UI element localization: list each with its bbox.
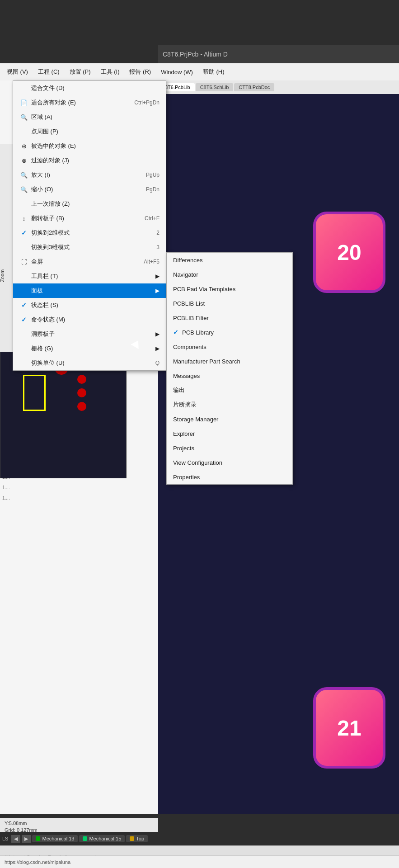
menu-zoom-in[interactable]: 🔍 放大 (I) PgUp — [13, 168, 166, 182]
menu-cmd-status[interactable]: ✓ 命令状态 (M) — [13, 312, 166, 327]
y-coordinate: Y:5.08mm — [5, 821, 154, 826]
submenu-output[interactable]: 输出 — [167, 383, 292, 397]
pcb-shape-20: 20 — [313, 212, 385, 293]
url-text: https://blog.csdn.net/mipaluna — [5, 859, 70, 865]
menu-item-place[interactable]: 放置 (P) — [65, 66, 95, 78]
menu-switch-3d[interactable]: 切换到3维模式 3 — [13, 240, 166, 255]
submenu-explorer[interactable]: Explorer — [167, 426, 292, 441]
menu-item-project[interactable]: 工程 (C) — [33, 66, 64, 78]
pcb-dot-red3 — [77, 402, 86, 411]
menu-prev-zoom[interactable]: 上一次缩放 (Z) — [13, 197, 166, 211]
zoom-in-icon: 🔍 — [19, 172, 28, 179]
selected-icon: ⊕ — [19, 143, 28, 150]
menu-point-around[interactable]: 点周围 (P) — [13, 124, 166, 139]
menu-item-reports[interactable]: 报告 (R) — [125, 66, 155, 78]
panel-submenu: Differences Navigator PCB Pad Via Templa… — [166, 252, 293, 485]
insights-arrow-icon: ▶ — [155, 331, 160, 337]
menu-statusbar[interactable]: ✓ 状态栏 (S) — [13, 298, 166, 312]
fullscreen-icon: ⛶ — [19, 259, 28, 265]
check-2d-icon: ✓ — [19, 229, 28, 236]
check-cmd-icon: ✓ — [19, 316, 28, 323]
menu-grid[interactable]: 栅格 (G) ▶ — [13, 341, 166, 356]
check-status-icon: ✓ — [19, 302, 28, 309]
submenu-manufacturer-search[interactable]: Manufacturer Part Search — [167, 354, 292, 368]
tab-schlib[interactable]: C8T6.SchLib — [196, 83, 234, 91]
submenu-components[interactable]: Components — [167, 340, 292, 354]
submenu-differences[interactable]: Differences — [167, 253, 292, 267]
submenu-snippets[interactable]: 片断摘录 — [167, 397, 292, 412]
view-dropdown-menu: 适合文件 (D) 📄 适合所有对象 (E) Ctrl+PgDn 🔍 区域 (A)… — [13, 80, 166, 371]
pcb-dot-red — [77, 375, 86, 384]
menu-selected-obj[interactable]: ⊕ 被选中的对象 (E) — [13, 139, 166, 153]
window-title: C8T6.PrjPcb - Altium D — [163, 51, 228, 58]
zoom-out-icon: 🔍 — [19, 186, 28, 193]
menu-switch-2d[interactable]: ✓ 切换到2维模式 2 — [13, 226, 166, 240]
pcb-preview — [0, 352, 127, 478]
layer-mechanical13[interactable]: Mechanical 13 — [32, 835, 78, 842]
pcb-shape-21: 21 — [313, 687, 385, 769]
menu-fit-file[interactable]: 适合文件 (D) — [13, 81, 166, 95]
submenu-storage-manager[interactable]: Storage Manager — [167, 412, 292, 426]
layer-mechanical15[interactable]: Mechanical 15 — [79, 835, 125, 842]
menu-panel[interactable]: 面板 ▶ — [13, 283, 166, 298]
submenu-messages[interactable]: Messages — [167, 368, 292, 383]
submenu-pcb-pad-via[interactable]: PCB Pad Via Templates — [167, 282, 292, 296]
layer-prev-btn[interactable]: ◀ — [11, 835, 20, 843]
menu-item-view[interactable]: 视图 (V) — [2, 66, 33, 78]
submenu-pcb-library[interactable]: ✓ PCB Library — [167, 325, 292, 340]
ls-label: LS — [2, 836, 8, 841]
menu-switch-unit[interactable]: 切换单位 (U) Q — [13, 356, 166, 370]
pcb-library-check-icon: ✓ — [173, 329, 178, 336]
menu-insights[interactable]: 洞察板子 ▶ — [13, 327, 166, 341]
menu-filtered-obj[interactable]: ⊗ 过滤的对象 (J) — [13, 153, 166, 168]
menu-zoom-out[interactable]: 🔍 缩小 (O) PgDn — [13, 182, 166, 197]
menu-fit-all[interactable]: 📄 适合所有对象 (E) Ctrl+PgDn — [13, 95, 166, 110]
area-icon: 🔍 — [19, 114, 28, 121]
zoom-label: Zoom — [0, 269, 5, 282]
layer-next-btn[interactable]: ▶ — [22, 835, 31, 843]
url-bar: https://blog.csdn.net/mipaluna — [0, 855, 399, 868]
submenu-pcblib-list[interactable]: PCBLIB List — [167, 296, 292, 311]
menu-bar: 视图 (V) 工程 (C) 放置 (P) 工具 (I) 报告 (R) Windo… — [0, 63, 399, 80]
layer-dot-top — [130, 836, 134, 841]
layer-dot-mech15 — [83, 836, 87, 841]
menu-area[interactable]: 🔍 区域 (A) — [13, 110, 166, 124]
pcb-dot-red2 — [77, 388, 86, 397]
grid-arrow-icon: ▶ — [155, 345, 160, 352]
layer-top[interactable]: Top — [126, 835, 148, 842]
menu-fullscreen[interactable]: ⛶ 全屏 Alt+F5 — [13, 255, 166, 269]
fit-all-icon: 📄 — [19, 99, 28, 106]
tab-pcbdoc[interactable]: CTT8.PcbDoc — [234, 83, 274, 91]
pcb-component-yellow — [23, 375, 46, 411]
submenu-pcblib-filter[interactable]: PCBLIB Filter — [167, 311, 292, 325]
menu-item-tools[interactable]: 工具 (I) — [96, 66, 124, 78]
toolbar-arrow-icon: ▶ — [155, 273, 160, 279]
flip-icon: ↕ — [19, 215, 28, 222]
menu-item-window[interactable]: Window (W) — [156, 67, 197, 77]
menu-flip-board[interactable]: ↕ 翻转板子 (B) Ctrl+F — [13, 211, 166, 226]
submenu-projects[interactable]: Projects — [167, 441, 292, 455]
layer-tabs: LS ◀ ▶ Mechanical 13 Mechanical 15 Top — [0, 832, 399, 845]
menu-item-help[interactable]: 帮助 (H) — [198, 66, 229, 78]
submenu-properties[interactable]: Properties — [167, 470, 292, 484]
submenu-view-config[interactable]: View Configuration — [167, 455, 292, 470]
panel-arrow-icon: ▶ — [155, 288, 160, 294]
menu-toolbar[interactable]: 工具栏 (T) ▶ — [13, 269, 166, 283]
filter-icon: ⊗ — [19, 157, 28, 164]
layer-dot-mech13 — [36, 836, 40, 841]
tabs-bar: 8T6.PcbLib C8T6.SchLib CTT8.PcbDoc — [158, 80, 399, 94]
title-bar: C8T6.PrjPcb - Altium D — [158, 45, 399, 63]
submenu-navigator[interactable]: Navigator — [167, 267, 292, 282]
